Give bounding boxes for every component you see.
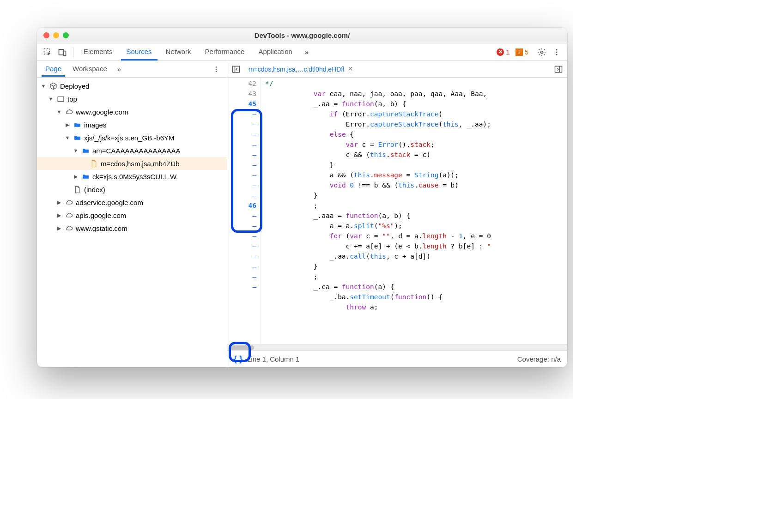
titlebar: DevTools - www.google.com/ [37,28,567,43]
tree-label: (index) [84,186,105,193]
arrow-down-icon: ▼ [65,135,70,140]
error-count: 1 [506,48,509,56]
close-tab-icon[interactable]: × [348,64,353,74]
settings-icon[interactable] [536,46,548,58]
kebab-menu-icon[interactable] [551,46,563,58]
svg-rect-0 [44,48,50,54]
cursor-position: Line 1, Column 1 [247,355,299,363]
warning-count-badge[interactable]: ! 5 [515,48,528,56]
folder-icon [81,172,90,181]
close-window-button[interactable] [43,32,49,38]
svg-rect-2 [63,51,66,55]
file-tab-active[interactable]: m=cdos,hsm,jsa,…c,dtl0hd,eHDfl × [246,64,356,74]
toggle-debugger-icon[interactable] [552,63,564,75]
arrow-down-icon: ▼ [41,83,46,89]
folder-icon [73,121,81,129]
editor-panel: m=cdos,hsm,jsa,…c,dtl0hd,eHDfl × 424345–… [227,61,567,367]
inspect-element-icon[interactable] [42,46,54,58]
warning-icon: ! [515,48,523,56]
svg-rect-10 [58,97,64,101]
line-gutter[interactable]: 424345–––––––––46–––––––– [227,78,261,344]
tree-label: adservice.google.com [76,199,143,206]
scrollbar-thumb[interactable] [230,345,254,350]
tab-performance[interactable]: Performance [200,44,250,60]
tree-label: www.google.com [76,108,128,116]
cloud-icon [65,108,73,116]
svg-point-8 [216,68,217,70]
horizontal-scrollbar[interactable] [227,344,567,351]
error-count-badge[interactable]: ✕ 1 [497,48,509,56]
arrow-right-icon: ▶ [65,122,70,128]
tab-sources[interactable]: Sources [121,44,158,60]
page-tab[interactable]: Page [42,62,65,77]
tab-application[interactable]: Application [253,44,297,60]
frame-icon [56,95,65,103]
tree-top[interactable]: ▼ top [37,92,227,105]
folder-icon [73,133,81,142]
pretty-print-icon[interactable]: { } [234,354,243,364]
more-subtabs-icon[interactable]: » [115,63,124,75]
tree-folder-images[interactable]: ▶ images [37,118,227,131]
tab-elements[interactable]: Elements [78,44,118,60]
arrow-right-icon: ▶ [56,212,62,218]
navigator-menu-icon[interactable] [210,63,222,75]
toggle-navigator-icon[interactable] [230,63,242,75]
tree-domain-google[interactable]: ▼ www.google.com [37,105,227,118]
svg-point-6 [556,54,558,55]
tree-label: apis.google.com [76,212,126,219]
arrow-down-icon: ▼ [73,148,79,153]
statusbar: { } Line 1, Column 1 Coverage: n/a [227,351,567,367]
svg-rect-13 [555,66,562,72]
tree-label: images [84,121,106,129]
workspace-tab[interactable]: Workspace [69,62,111,77]
more-tabs-icon[interactable]: » [301,46,313,58]
tree-folder-am[interactable]: ▼ am=CAAAAAAAAAAAAAAA [37,144,227,157]
cloud-icon [65,211,73,219]
svg-point-7 [216,66,217,68]
file-tab-label: m=cdos,hsm,jsa,…c,dtl0hd,eHDfl [249,66,344,73]
tree-label: top [67,95,77,103]
tree-domain-apis[interactable]: ▶ apis.google.com [37,209,227,222]
coverage-status: Coverage: n/a [517,355,561,363]
arrow-down-icon: ▼ [48,96,54,102]
code-content[interactable]: */ var eaa, naa, jaa, oaa, paa, qaa, Aaa… [261,78,567,344]
tab-network[interactable]: Network [160,44,197,60]
tree-label: www.gstatic.com [76,224,127,232]
cloud-icon [65,224,73,232]
maximize-window-button[interactable] [63,32,69,38]
tree-label: am=CAAAAAAAAAAAAAAA [92,147,181,155]
svg-point-4 [556,49,558,50]
file-tree: ▼ Deployed ▼ top ▼ www.google.com ▶ [37,78,227,367]
minimize-window-button[interactable] [53,32,59,38]
tree-folder-xjs[interactable]: ▼ xjs/_/js/k=xjs.s.en_GB.-b6YM [37,131,227,144]
warning-count: 5 [525,48,528,56]
tree-file-selected[interactable]: m=cdos,hsm,jsa,mb4ZUb [37,157,227,170]
svg-rect-1 [59,49,64,55]
tree-folder-ck[interactable]: ▶ ck=xjs.s.0Mx5ys3sCUI.L.W. [37,170,227,183]
arrow-right-icon: ▶ [56,200,62,206]
tree-domain-gstatic[interactable]: ▶ www.gstatic.com [37,222,227,235]
svg-point-5 [556,51,558,53]
svg-point-3 [541,51,543,53]
tree-domain-adservice[interactable]: ▶ adservice.google.com [37,196,227,209]
tree-label: xjs/_/js/k=xjs.s.en_GB.-b6YM [84,134,174,142]
error-icon: ✕ [497,48,504,56]
tree-label: m=cdos,hsm,jsa,mb4ZUb [101,160,179,168]
tree-file-index[interactable]: (index) [37,183,227,196]
navigator-panel: Page Workspace » ▼ Deployed ▼ top [37,61,227,367]
box-icon [49,82,57,90]
file-icon [90,159,98,168]
separator [73,47,73,57]
window-title: DevTools - www.google.com/ [255,31,350,39]
arrow-right-icon: ▶ [73,174,79,180]
file-icon [73,185,81,193]
main-toolbar: Elements Sources Network Performance App… [37,43,567,61]
tree-deployed[interactable]: ▼ Deployed [37,79,227,92]
code-editor[interactable]: 424345–––––––––46–––––––– */ var eaa, na… [227,78,567,344]
svg-point-9 [216,71,217,72]
tree-label: Deployed [60,82,89,90]
arrow-right-icon: ▶ [56,225,62,231]
svg-rect-11 [233,66,240,72]
device-toolbar-icon[interactable] [56,46,68,58]
cloud-icon [65,198,73,206]
